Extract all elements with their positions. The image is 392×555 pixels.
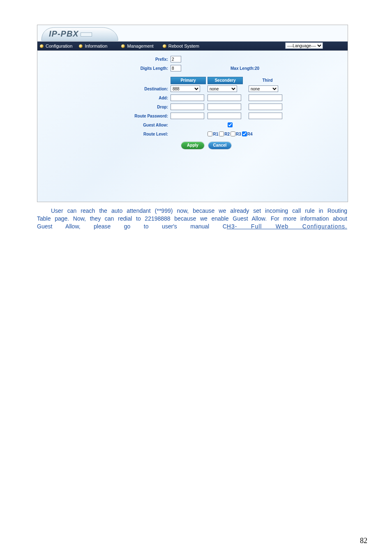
guest-allow-label: Guest Allow:	[120, 123, 171, 127]
max-length-label: Max Length:20	[231, 66, 259, 71]
add-primary-input[interactable]	[171, 94, 204, 101]
brand-title: IP-PBX	[49, 29, 92, 39]
menu-label: Information	[85, 44, 107, 48]
guest-allow-checkbox[interactable]	[228, 122, 233, 127]
menu-information[interactable]: Information	[76, 41, 111, 51]
header-primary: Primary	[171, 77, 206, 84]
apply-button[interactable]: Apply	[181, 142, 204, 149]
language-select[interactable]: ----Language----	[285, 42, 323, 49]
digits-length-label: Digits Length:	[120, 66, 171, 71]
drop-secondary-input[interactable]	[208, 104, 241, 110]
prefix-input[interactable]	[171, 56, 181, 62]
route-password-secondary-input[interactable]	[208, 113, 241, 119]
cancel-button[interactable]: Cancel	[208, 142, 231, 149]
routing-form: Prefix: Digits Length: Max Length:20 Pri…	[120, 55, 300, 149]
route-level-label: Route Level:	[120, 132, 171, 136]
drop-primary-input[interactable]	[171, 104, 204, 110]
caption-paragraph: User can reach the auto attendant (**999…	[37, 207, 347, 230]
route-level-r3[interactable]: R3	[231, 131, 241, 136]
digits-length-input[interactable]	[171, 65, 181, 71]
top-menu-bar: Configuration Information Management Reb…	[37, 41, 348, 51]
drop-third-input[interactable]	[249, 104, 282, 110]
route-level-r2[interactable]: R2	[219, 131, 230, 136]
r1-checkbox[interactable]	[208, 131, 212, 136]
add-label: Add:	[120, 96, 171, 100]
route-password-primary-input[interactable]	[171, 113, 204, 119]
route-level-r4[interactable]: R4	[242, 131, 253, 136]
bullet-icon	[163, 44, 166, 48]
menu-configuration[interactable]: Configuration	[37, 41, 76, 51]
r4-checkbox[interactable]	[242, 131, 247, 136]
destination-label: Destination:	[120, 87, 171, 91]
destination-secondary-select[interactable]: none	[208, 85, 237, 92]
content-panel: Prefix: Digits Length: Max Length:20 Pri…	[37, 51, 348, 202]
menu-management[interactable]: Management	[119, 41, 157, 51]
route-level-group: R1 R2 R3 R4	[171, 131, 290, 136]
bullet-icon	[79, 44, 83, 48]
destination-primary-select[interactable]: 888	[171, 85, 200, 92]
manual-link[interactable]: H3- Full Web Configurations.	[227, 223, 347, 230]
caption-line-2: Table page. Now, they can redial to 2219…	[37, 215, 347, 223]
route-level-r1[interactable]: R1	[208, 131, 218, 136]
menu-label: Configuration	[46, 44, 72, 48]
page-number: 82	[360, 537, 367, 545]
top-menu-items: Configuration Information Management Reb…	[37, 41, 203, 51]
brand-text: IP-PBX	[49, 29, 79, 38]
r2-checkbox[interactable]	[219, 131, 224, 136]
header-third: Third	[250, 77, 285, 84]
caption-line-3: Guest Allow, please go to user's manual …	[37, 223, 347, 230]
prefix-label: Prefix:	[120, 57, 171, 62]
route-password-third-input[interactable]	[249, 113, 282, 119]
drop-label: Drop:	[120, 105, 171, 109]
brand-decoration-icon	[81, 32, 92, 37]
menu-reboot-system[interactable]: Reboot System	[160, 41, 203, 51]
caption-line-3a: Guest Allow, please go to user's manual …	[37, 223, 227, 230]
route-password-label: Route Password:	[120, 114, 171, 118]
app-window: IP-PBX Configuration Information Manage	[37, 25, 348, 202]
menu-label: Reboot System	[168, 44, 199, 48]
r3-checkbox[interactable]	[231, 131, 235, 136]
add-secondary-input[interactable]	[208, 94, 241, 101]
bullet-icon	[121, 44, 125, 48]
form-buttons: Apply Cancel	[120, 142, 300, 149]
add-third-input[interactable]	[249, 94, 282, 101]
bullet-icon	[40, 44, 44, 48]
column-headers: Primary Secondery Third	[120, 77, 300, 84]
header-secondary: Secondery	[208, 77, 243, 84]
menu-label: Management	[127, 44, 153, 48]
destination-third-select[interactable]: none	[249, 85, 278, 92]
caption-line-1: User can reach the auto attendant (**999…	[37, 207, 347, 215]
